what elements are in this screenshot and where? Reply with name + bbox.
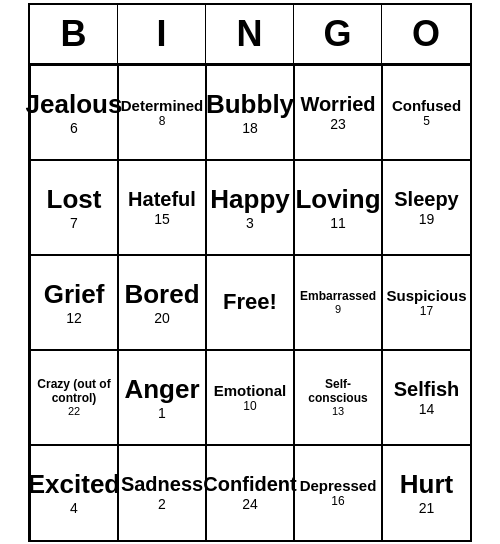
bingo-cell: Excited4 <box>30 445 118 540</box>
cell-word: Self-conscious <box>299 377 377 405</box>
cell-number: 24 <box>242 496 258 512</box>
cell-number: 9 <box>335 303 341 315</box>
header-letter: G <box>294 5 382 63</box>
bingo-cell: Worried23 <box>294 65 382 160</box>
bingo-cell: Confident24 <box>206 445 294 540</box>
bingo-cell: Depressed16 <box>294 445 382 540</box>
bingo-cell: Self-conscious13 <box>294 350 382 445</box>
cell-number: 14 <box>419 401 435 417</box>
cell-word: Bubbly <box>206 89 294 120</box>
cell-number: 13 <box>332 405 344 417</box>
cell-word: Determined <box>121 97 204 114</box>
cell-number: 4 <box>70 500 78 516</box>
bingo-cell: Embarrassed9 <box>294 255 382 350</box>
bingo-cell: Grief12 <box>30 255 118 350</box>
bingo-cell: Lost7 <box>30 160 118 255</box>
bingo-cell: Bored20 <box>118 255 206 350</box>
cell-number: 2 <box>158 496 166 512</box>
bingo-cell: Crazy (out of control)22 <box>30 350 118 445</box>
cell-number: 7 <box>70 215 78 231</box>
bingo-cell: Suspicious17 <box>382 255 470 350</box>
cell-number: 6 <box>70 120 78 136</box>
bingo-cell: Determined8 <box>118 65 206 160</box>
cell-number: 19 <box>419 211 435 227</box>
cell-number: 16 <box>331 494 344 508</box>
cell-number: 15 <box>154 211 170 227</box>
cell-word: Jealous <box>26 89 123 120</box>
cell-word: Bored <box>124 279 199 310</box>
cell-word: Happy <box>210 184 289 215</box>
bingo-grid: Jealous6Determined8Bubbly18Worried23Conf… <box>30 65 470 540</box>
bingo-cell: Bubbly18 <box>206 65 294 160</box>
cell-word: Excited <box>28 469 121 500</box>
bingo-cell: Free! <box>206 255 294 350</box>
bingo-cell: Sadness2 <box>118 445 206 540</box>
cell-number: 21 <box>419 500 435 516</box>
cell-word: Grief <box>44 279 105 310</box>
cell-word: Sadness <box>121 473 203 496</box>
cell-word: Lost <box>47 184 102 215</box>
bingo-cell: Emotional10 <box>206 350 294 445</box>
cell-number: 20 <box>154 310 170 326</box>
cell-word: Suspicious <box>386 287 466 304</box>
cell-word: Hurt <box>400 469 453 500</box>
bingo-cell: Loving11 <box>294 160 382 255</box>
cell-number: 17 <box>420 304 433 318</box>
cell-word: Embarrassed <box>300 289 376 303</box>
cell-number: 5 <box>423 114 430 128</box>
bingo-cell: Sleepy19 <box>382 160 470 255</box>
header-letter: N <box>206 5 294 63</box>
bingo-cell: Jealous6 <box>30 65 118 160</box>
cell-word: Sleepy <box>394 188 458 211</box>
bingo-cell: Selfish14 <box>382 350 470 445</box>
cell-word: Hateful <box>128 188 196 211</box>
cell-number: 8 <box>159 114 166 128</box>
cell-word: Selfish <box>394 378 460 401</box>
header-letter: B <box>30 5 118 63</box>
cell-word: Loving <box>295 184 380 215</box>
bingo-card: BINGO Jealous6Determined8Bubbly18Worried… <box>28 3 472 542</box>
cell-word: Emotional <box>214 382 287 399</box>
cell-number: 23 <box>330 116 346 132</box>
bingo-cell: Happy3 <box>206 160 294 255</box>
cell-word: Confused <box>392 97 461 114</box>
cell-number: 3 <box>246 215 254 231</box>
cell-word: Crazy (out of control) <box>35 377 113 405</box>
cell-word: Anger <box>124 374 199 405</box>
cell-word: Confident <box>203 473 296 496</box>
header-letter: O <box>382 5 470 63</box>
bingo-header: BINGO <box>30 5 470 65</box>
bingo-cell: Hurt21 <box>382 445 470 540</box>
cell-number: 12 <box>66 310 82 326</box>
cell-number: 10 <box>243 399 256 413</box>
cell-number: 11 <box>330 215 346 231</box>
bingo-cell: Hateful15 <box>118 160 206 255</box>
bingo-cell: Confused5 <box>382 65 470 160</box>
cell-number: 18 <box>242 120 258 136</box>
free-space: Free! <box>223 289 277 315</box>
cell-word: Worried <box>300 93 375 116</box>
cell-number: 22 <box>68 405 80 417</box>
header-letter: I <box>118 5 206 63</box>
bingo-cell: Anger1 <box>118 350 206 445</box>
cell-number: 1 <box>158 405 166 421</box>
cell-word: Depressed <box>300 477 377 494</box>
